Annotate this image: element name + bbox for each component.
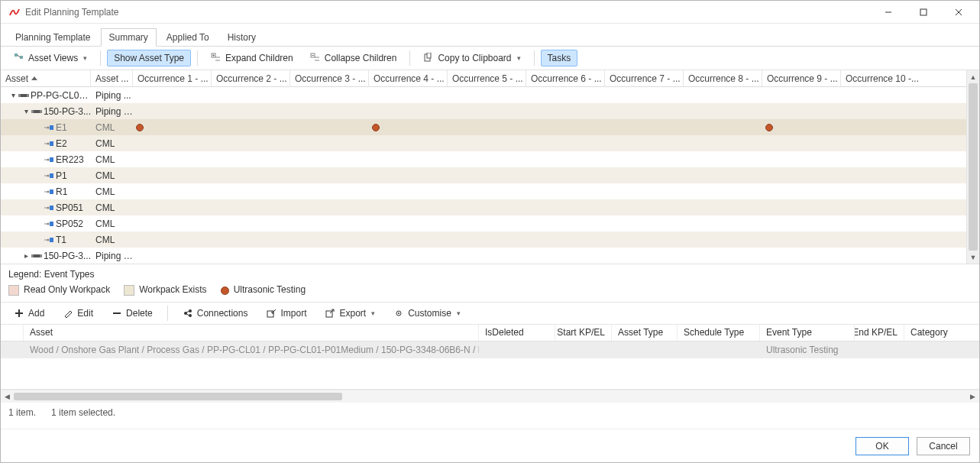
grid-header: Asset Asset ... Occurrence 1 - ... Occur… [1, 70, 966, 87]
node-icon [44, 123, 54, 132]
vertical-scrollbar[interactable]: ▲ ▼ [966, 70, 979, 264]
tasks-button[interactable]: Tasks [541, 50, 578, 66]
expander-icon[interactable]: ▾ [22, 107, 30, 115]
grid-row[interactable]: R1CML [1, 183, 966, 199]
import-button[interactable]: Import [259, 305, 313, 322]
legend-workpack-exists: Workpack Exists [124, 284, 206, 296]
add-button[interactable]: Add [7, 305, 51, 322]
bcol-schedtype[interactable]: Schedule Type [678, 325, 760, 341]
grid-row[interactable]: ▸150-PG-3...Piping L... [1, 248, 966, 264]
grid-row[interactable]: E1CML [1, 119, 966, 135]
cancel-button[interactable]: Cancel [917, 437, 970, 455]
col-occ5[interactable]: Occurrence 5 - ... [448, 70, 526, 86]
close-button[interactable] [941, 1, 976, 24]
svg-rect-26 [50, 125, 53, 130]
grid-row[interactable]: ▾PP-PG-CL01-...Piping ... [1, 87, 966, 103]
col-occ9[interactable]: Occurrence 9 - ... [762, 70, 841, 86]
scroll-track[interactable] [967, 83, 979, 251]
tree-cell: ▾150-PG-3... [1, 106, 91, 117]
hscroll-track[interactable] [14, 393, 966, 400]
export-button[interactable]: Export▾ [318, 305, 382, 322]
expand-children-button[interactable]: Expand Children [204, 50, 300, 66]
bcol-assettype[interactable]: Asset Type [612, 325, 678, 341]
asset-label: PP-PG-CL01-... [31, 90, 91, 101]
connections-button[interactable]: Connections [176, 305, 255, 322]
expander-icon[interactable]: ▾ [10, 91, 17, 99]
chevron-down-icon: ▾ [83, 54, 87, 62]
summary-grid[interactable]: Asset Asset ... Occurrence 1 - ... Occur… [1, 70, 966, 264]
scroll-down-icon[interactable]: ▼ [967, 251, 979, 264]
tree-cell: P1 [1, 170, 91, 181]
delete-button[interactable]: Delete [105, 305, 160, 322]
col-asset[interactable]: Asset [1, 70, 91, 86]
bcol-eventtype[interactable]: Event Type [760, 325, 855, 341]
tab-planning-template[interactable]: Planning Template [7, 28, 99, 46]
grid-row[interactable]: SP052CML [1, 215, 966, 232]
collapse-children-button[interactable]: Collapse Children [303, 50, 404, 66]
asset-views-button[interactable]: Asset Views ▾ [7, 50, 94, 66]
bcell-endkp [855, 348, 904, 352]
svg-rect-29 [50, 141, 53, 146]
tab-applied-to[interactable]: Applied To [158, 28, 218, 46]
svg-rect-22 [31, 110, 34, 113]
grid-row[interactable]: E2CML [1, 135, 966, 151]
grid-row[interactable]: T1CML [1, 232, 966, 248]
col-occ4[interactable]: Occurrence 4 - ... [369, 70, 448, 86]
grid-row[interactable]: ▾150-PG-3...Piping L... [1, 103, 966, 119]
ok-button[interactable]: OK [855, 437, 909, 455]
grid-row[interactable]: SP051CML [1, 199, 966, 215]
col-occ2[interactable]: Occurrence 2 - ... [212, 70, 290, 86]
bcol-category[interactable]: Category [904, 325, 950, 341]
col-occ3[interactable]: Occurrence 3 - ... [290, 70, 369, 86]
asset-label: 150-PG-3... [44, 106, 91, 117]
asset-label: T1 [56, 235, 66, 245]
grid-row[interactable]: P1CML [1, 167, 966, 183]
bcol-startkp[interactable]: Start KP/EL [555, 325, 612, 341]
svg-rect-20 [27, 94, 29, 97]
item-count: 1 item. [8, 407, 36, 418]
col-occ8[interactable]: Occurrence 8 - ... [684, 70, 762, 86]
status-bar: 1 item. 1 item selected. [1, 403, 979, 423]
col-occ6[interactable]: Occurrence 6 - ... [526, 70, 605, 86]
tree-cell: E1 [1, 122, 91, 133]
show-asset-type-button[interactable]: Show Asset Type [107, 50, 191, 66]
tree-cell: ▸150-PG-3... [1, 251, 91, 261]
scroll-right-icon[interactable]: ▶ [966, 393, 979, 400]
col-occ1[interactable]: Occurrence 1 - ... [133, 70, 212, 86]
tree-cell: ▾PP-PG-CL01-... [1, 90, 91, 101]
events-grid-row[interactable]: Wood / Onshore Gas Plant / Process Gas /… [1, 342, 979, 358]
scroll-thumb[interactable] [969, 83, 978, 251]
customise-button[interactable]: Customise▾ [387, 305, 467, 322]
occurrence-cell[interactable] [762, 124, 841, 131]
tab-summary[interactable]: Summary [101, 28, 157, 47]
scroll-left-icon[interactable]: ◀ [1, 393, 14, 400]
asset-type-cell: CML [91, 186, 133, 197]
bcol-asset[interactable]: Asset [24, 325, 479, 341]
bcol-endkp[interactable]: End KP/EL [855, 325, 904, 341]
occurrence-cell[interactable] [133, 124, 212, 131]
events-grid[interactable]: Asset IsDeleted Start KP/EL Asset Type S… [1, 325, 979, 390]
copy-clipboard-button[interactable]: Copy to Clipboard ▾ [416, 50, 527, 66]
tree-cell: R1 [1, 186, 91, 197]
bcell-startkp [555, 348, 612, 352]
edit-button[interactable]: Edit [56, 305, 100, 322]
tab-history[interactable]: History [219, 28, 264, 46]
svg-rect-38 [50, 189, 53, 194]
col-asset-type[interactable]: Asset ... [91, 70, 133, 86]
app-icon [8, 6, 21, 18]
maximize-button[interactable] [906, 1, 941, 24]
tree-cell: E2 [1, 138, 91, 149]
horizontal-scrollbar[interactable]: ◀ ▶ [1, 390, 979, 403]
asset-type-cell: Piping L... [91, 251, 133, 261]
grid-row[interactable]: ER223CML [1, 151, 966, 167]
col-occ7[interactable]: Occurrence 7 - ... [605, 70, 684, 86]
hscroll-thumb[interactable] [14, 393, 342, 400]
col-occ10[interactable]: Occurrence 10 -... [841, 70, 920, 86]
titlebar: Edit Planning Template [1, 1, 979, 24]
bcol-isdeleted[interactable]: IsDeleted [479, 325, 555, 341]
segment-icon [18, 92, 29, 99]
minimize-button[interactable] [871, 1, 906, 24]
scroll-up-icon[interactable]: ▲ [967, 70, 979, 83]
occurrence-cell[interactable] [369, 124, 448, 131]
expander-icon[interactable]: ▸ [22, 251, 30, 260]
